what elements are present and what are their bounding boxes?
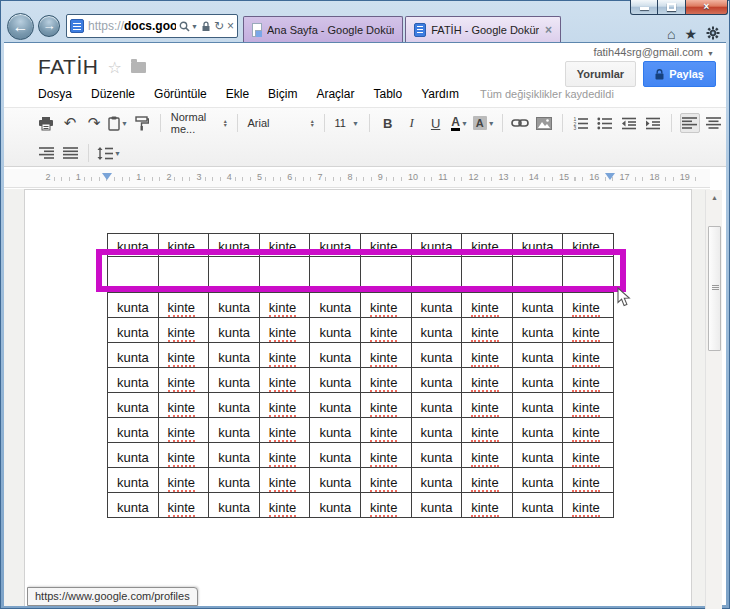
table-cell[interactable]: kinte bbox=[259, 368, 310, 393]
table-cell[interactable]: kinte bbox=[158, 493, 209, 518]
document-title[interactable]: FATİH bbox=[38, 55, 98, 79]
table-cell[interactable]: kinte bbox=[259, 234, 310, 257]
table-cell[interactable]: kunta bbox=[310, 468, 361, 493]
table-cell[interactable]: kinte bbox=[563, 343, 614, 368]
document-table[interactable]: kuntakintekuntakintekuntakintekuntakinte… bbox=[107, 233, 614, 518]
table-cell[interactable]: kunta bbox=[512, 293, 563, 318]
table-cell[interactable]: kinte bbox=[259, 293, 310, 318]
table-cell[interactable]: kunta bbox=[209, 393, 260, 418]
menu-düzenle[interactable]: Düzenle bbox=[91, 87, 135, 101]
table-cell[interactable]: kinte bbox=[158, 393, 209, 418]
star-icon[interactable]: ☆ bbox=[107, 58, 121, 77]
table-cell[interactable]: kunta bbox=[108, 234, 159, 257]
menu-dosya[interactable]: Dosya bbox=[38, 87, 72, 101]
table-cell[interactable]: kunta bbox=[209, 443, 260, 468]
align-center-icon[interactable] bbox=[704, 113, 724, 133]
table-cell[interactable]: kinte bbox=[563, 468, 614, 493]
table-cell[interactable]: kinte bbox=[563, 443, 614, 468]
table-cell[interactable] bbox=[360, 257, 411, 293]
scrollbar-thumb[interactable] bbox=[708, 226, 721, 351]
address-bar[interactable]: https://docs.goo... ▼ ↻ × bbox=[66, 14, 238, 38]
table-cell[interactable]: kunta bbox=[411, 368, 462, 393]
table-cell[interactable]: kunta bbox=[209, 493, 260, 518]
table-cell[interactable]: kinte bbox=[563, 234, 614, 257]
table-cell[interactable]: kunta bbox=[310, 293, 361, 318]
table-cell[interactable]: kinte bbox=[360, 493, 411, 518]
table-cell[interactable]: kinte bbox=[259, 493, 310, 518]
table-cell[interactable]: kunta bbox=[108, 368, 159, 393]
align-left-icon[interactable] bbox=[680, 113, 700, 133]
table-cell[interactable]: kunta bbox=[411, 293, 462, 318]
table-cell[interactable]: kinte bbox=[563, 393, 614, 418]
table-cell[interactable]: kunta bbox=[310, 343, 361, 368]
gear-icon[interactable] bbox=[706, 26, 720, 43]
line-spacing-icon[interactable]: ▼ bbox=[97, 143, 121, 163]
align-right-icon[interactable] bbox=[36, 143, 56, 163]
document-page[interactable]: kuntakintekuntakintekuntakintekuntakinte… bbox=[24, 189, 692, 606]
text-color-button[interactable]: A▼ bbox=[450, 113, 470, 133]
table-cell[interactable]: kinte bbox=[158, 468, 209, 493]
table-cell[interactable]: kinte bbox=[563, 293, 614, 318]
menu-biçim[interactable]: Biçim bbox=[268, 87, 297, 101]
account-menu[interactable]: fatih44srg@gmail.com ▼ bbox=[593, 46, 714, 58]
print-icon[interactable] bbox=[36, 113, 56, 133]
link-icon[interactable] bbox=[510, 113, 530, 133]
comments-button[interactable]: Yorumlar bbox=[565, 61, 636, 87]
indent-marker-left[interactable] bbox=[102, 173, 112, 180]
table-cell[interactable]: kinte bbox=[158, 443, 209, 468]
table-cell[interactable]: kinte bbox=[462, 443, 513, 468]
stop-icon[interactable]: × bbox=[227, 19, 234, 33]
outdent-icon[interactable] bbox=[619, 113, 639, 133]
table-cell[interactable]: kunta bbox=[512, 393, 563, 418]
table-cell[interactable]: kinte bbox=[360, 418, 411, 443]
table-cell[interactable]: kunta bbox=[310, 234, 361, 257]
table-cell[interactable]: kunta bbox=[411, 468, 462, 493]
table-cell[interactable]: kunta bbox=[209, 293, 260, 318]
table-cell[interactable] bbox=[512, 257, 563, 293]
table-cell[interactable]: kunta bbox=[108, 443, 159, 468]
table-cell[interactable]: kinte bbox=[360, 234, 411, 257]
table-cell[interactable]: kunta bbox=[310, 318, 361, 343]
table-cell[interactable]: kunta bbox=[310, 493, 361, 518]
menu-ekle[interactable]: Ekle bbox=[226, 87, 249, 101]
web-clipboard-icon[interactable]: ▼ bbox=[108, 113, 128, 133]
table-cell[interactable]: kunta bbox=[512, 468, 563, 493]
indent-icon[interactable] bbox=[643, 113, 663, 133]
table-cell[interactable] bbox=[108, 257, 159, 293]
table-cell[interactable]: kinte bbox=[563, 418, 614, 443]
share-button[interactable]: Paylaş bbox=[643, 61, 716, 87]
table-cell[interactable]: kunta bbox=[209, 343, 260, 368]
menu-yardım[interactable]: Yardım bbox=[421, 87, 459, 101]
forward-button[interactable]: → bbox=[38, 15, 60, 37]
table-cell[interactable]: kunta bbox=[310, 418, 361, 443]
minimize-button[interactable] bbox=[630, 0, 658, 15]
table-cell[interactable]: kunta bbox=[209, 234, 260, 257]
table-cell[interactable]: kunta bbox=[108, 293, 159, 318]
table-cell[interactable] bbox=[259, 257, 310, 293]
table-cell[interactable]: kunta bbox=[108, 343, 159, 368]
table-cell[interactable]: kinte bbox=[462, 418, 513, 443]
tab-close-icon[interactable]: × bbox=[545, 23, 552, 37]
underline-button[interactable]: U bbox=[426, 113, 446, 133]
table-cell[interactable]: kinte bbox=[563, 318, 614, 343]
table-cell[interactable]: kunta bbox=[512, 234, 563, 257]
styles-select[interactable]: Normal me...▴▾ bbox=[167, 111, 231, 135]
table-cell[interactable]: kinte bbox=[259, 468, 310, 493]
table-cell[interactable]: kunta bbox=[411, 318, 462, 343]
table-cell[interactable] bbox=[310, 257, 361, 293]
undo-icon[interactable]: ↶ bbox=[60, 113, 80, 133]
table-cell[interactable] bbox=[462, 257, 513, 293]
favorites-star-icon[interactable]: ★ bbox=[684, 26, 697, 43]
table-cell[interactable]: kinte bbox=[360, 368, 411, 393]
vertical-scrollbar[interactable]: ▲ ▼ bbox=[705, 190, 722, 609]
table-cell[interactable]: kinte bbox=[462, 343, 513, 368]
table-cell[interactable]: kinte bbox=[360, 443, 411, 468]
table-cell[interactable]: kinte bbox=[462, 468, 513, 493]
table-cell[interactable]: kunta bbox=[209, 368, 260, 393]
table-cell[interactable] bbox=[411, 257, 462, 293]
table-cell[interactable]: kinte bbox=[259, 318, 310, 343]
table-cell[interactable]: kunta bbox=[512, 368, 563, 393]
table-cell[interactable]: kunta bbox=[209, 418, 260, 443]
table-cell[interactable]: kunta bbox=[512, 343, 563, 368]
home-icon[interactable]: ⌂ bbox=[667, 26, 675, 43]
